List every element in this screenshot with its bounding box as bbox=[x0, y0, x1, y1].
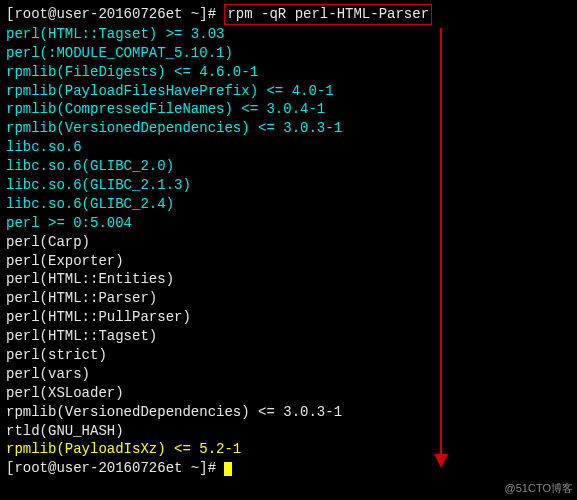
output-line: perl(HTML::Entities) bbox=[6, 270, 571, 289]
output-line: libc.so.6(GLIBC_2.4) bbox=[6, 195, 571, 214]
output-line: rpmlib(CompressedFileNames) <= 3.0.4-1 bbox=[6, 100, 571, 119]
output-line: rpmlib(PayloadIsXz) <= 5.2-1 bbox=[6, 440, 571, 459]
output-line: rpmlib(VersionedDependencies) <= 3.0.3-1 bbox=[6, 403, 571, 422]
output-line: perl(HTML::Tagset) >= 3.03 bbox=[6, 25, 571, 44]
output-line: libc.so.6 bbox=[6, 138, 571, 157]
output-line: perl(Exporter) bbox=[6, 252, 571, 271]
output-line: rpmlib(PayloadFilesHavePrefix) <= 4.0-1 bbox=[6, 82, 571, 101]
output-line: libc.so.6(GLIBC_2.0) bbox=[6, 157, 571, 176]
output-line: perl(Carp) bbox=[6, 233, 571, 252]
output-line: rpmlib(FileDigests) <= 4.6.0-1 bbox=[6, 63, 571, 82]
cursor-block bbox=[224, 462, 232, 476]
output-line: perl(:MODULE_COMPAT_5.10.1) bbox=[6, 44, 571, 63]
output-line: perl(HTML::PullParser) bbox=[6, 308, 571, 327]
output-line: perl(strict) bbox=[6, 346, 571, 365]
prompt-line-2[interactable]: [root@user-20160726et ~]# bbox=[6, 459, 571, 478]
prompt-line-1[interactable]: [root@user-20160726et ~]# rpm -qR perl-H… bbox=[6, 4, 571, 25]
output-line: rtld(GNU_HASH) bbox=[6, 422, 571, 441]
annotation-arrow bbox=[440, 28, 442, 466]
output-line: perl >= 0:5.004 bbox=[6, 214, 571, 233]
terminal-output: [root@user-20160726et ~]# rpm -qR perl-H… bbox=[6, 4, 571, 478]
output-line: perl(HTML::Parser) bbox=[6, 289, 571, 308]
prompt-prefix: [root@user-20160726et ~]# bbox=[6, 6, 224, 22]
command-highlighted: rpm -qR perl-HTML-Parser bbox=[224, 4, 432, 25]
output-line: perl(HTML::Tagset) bbox=[6, 327, 571, 346]
output-line: rpmlib(VersionedDependencies) <= 3.0.3-1 bbox=[6, 119, 571, 138]
watermark-text: @51CTO博客 bbox=[505, 481, 573, 496]
prompt-prefix: [root@user-20160726et ~]# bbox=[6, 460, 224, 476]
output-line: libc.so.6(GLIBC_2.1.3) bbox=[6, 176, 571, 195]
output-line: perl(XSLoader) bbox=[6, 384, 571, 403]
output-line: perl(vars) bbox=[6, 365, 571, 384]
